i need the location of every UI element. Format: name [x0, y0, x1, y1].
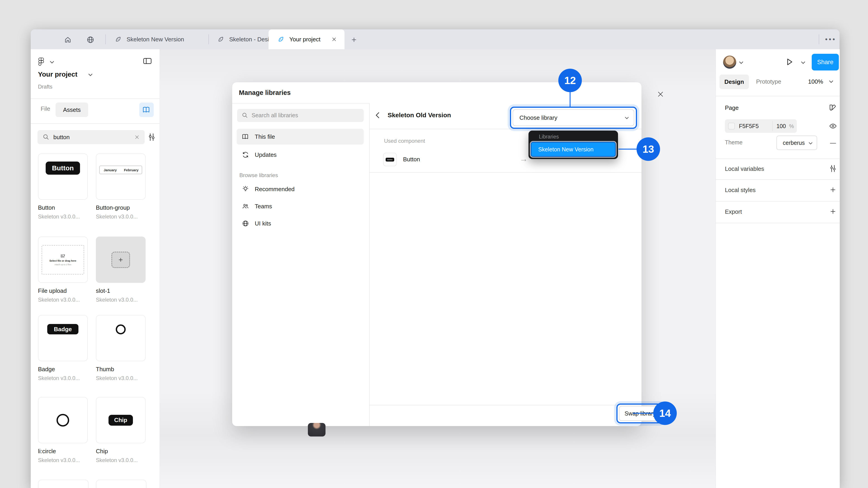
people-icon — [242, 203, 249, 210]
add-style-plus-icon[interactable] — [828, 185, 838, 195]
search-value: button — [53, 134, 70, 141]
tab-your-project-active[interactable]: Your project — [269, 29, 344, 49]
chevron-down-icon[interactable] — [801, 61, 805, 64]
tab-file[interactable]: File — [41, 105, 50, 112]
annotation-line-14 — [633, 413, 653, 414]
nav-label: This file — [255, 133, 275, 140]
choose-library-select[interactable]: Choose library — [513, 109, 634, 126]
menu-item-skeleton-new-version[interactable]: Skeleton New Version — [531, 142, 616, 157]
file-upload-preview: Select file or drag here Attach up to 2 … — [41, 245, 84, 274]
globe-icon — [242, 220, 249, 227]
project-subtitle: Drafts — [38, 84, 53, 90]
annotation-step-14: 14 — [653, 401, 677, 425]
column-used-component: Used component — [384, 138, 425, 144]
asset-card-chip[interactable]: Chip Chip Skeleton v3.0.0... — [96, 397, 146, 463]
annotation-line-12 — [569, 92, 570, 107]
opacity-value[interactable]: 100 — [776, 123, 786, 129]
asset-card-li-circle[interactable]: li:circle Skeleton v3.0.0... — [38, 397, 88, 463]
section-local-variables: Local variables — [725, 165, 764, 172]
tab-prototype[interactable]: Prototype — [756, 78, 781, 85]
asset-card-thumb[interactable]: Thumb Skeleton v3.0.0... — [96, 315, 146, 381]
close-tab-icon[interactable] — [330, 35, 338, 43]
asset-card-partial[interactable] — [96, 480, 147, 488]
present-play-icon[interactable] — [784, 56, 796, 68]
divider — [31, 98, 160, 99]
asset-name: slot-1 — [96, 287, 146, 294]
new-tab-plus-icon[interactable] — [349, 35, 359, 45]
figma-logo-icon[interactable] — [38, 57, 44, 66]
choose-library-focus-ring: Choose library — [510, 107, 637, 129]
add-export-plus-icon[interactable] — [828, 206, 838, 217]
tab-design-active[interactable]: Design — [719, 74, 749, 89]
nav-label: Recommended — [255, 186, 294, 193]
more-menu-icon[interactable]: ••• — [822, 34, 839, 44]
project-title[interactable]: Your project — [38, 70, 77, 78]
filter-sliders-icon[interactable] — [146, 131, 157, 143]
asset-name: Button — [38, 204, 88, 211]
nav-recommended[interactable]: Recommended — [237, 182, 364, 197]
asset-card-file-upload[interactable]: Select file or drag here Attach up to 2 … — [38, 236, 88, 303]
search-icon — [242, 112, 248, 119]
asset-card-slot-1[interactable]: slot-1 Skeleton v3.0.0... — [96, 236, 146, 303]
clear-search-icon[interactable] — [133, 133, 141, 141]
chip-preview: Chip — [108, 415, 133, 426]
library-book-icon[interactable] — [139, 103, 154, 117]
screenshot-root: Skeleton New Version Skeleton - Design Y… — [0, 0, 868, 488]
app-window: Skeleton New Version Skeleton - Design Y… — [31, 29, 839, 488]
canvas-image — [308, 423, 326, 436]
asset-library: Skeleton v3.0.0... — [38, 375, 88, 381]
chevron-down-icon[interactable] — [829, 80, 833, 83]
lightbulb-icon — [242, 186, 249, 193]
asset-name: Badge — [38, 366, 88, 373]
divider — [232, 103, 369, 103]
library-detail-title: Skeleton Old Version — [388, 111, 451, 119]
chevron-down-icon[interactable] — [50, 61, 54, 64]
library-search-input[interactable]: Search all libraries — [237, 109, 364, 122]
tab-separator — [819, 34, 819, 44]
color-hex-value[interactable]: F5F5F5 — [739, 123, 759, 129]
nav-ui-kits[interactable]: UI kits — [237, 216, 364, 231]
divider — [369, 129, 642, 129]
component-thumb-label: Button — [385, 158, 394, 162]
asset-library: Skeleton v3.0.0... — [96, 457, 146, 463]
modal-title: Manage libraries — [239, 89, 291, 96]
share-button[interactable]: Share — [812, 54, 839, 70]
asset-card-badge[interactable]: Badge Badge Skeleton v3.0.0... — [38, 315, 88, 381]
tab-assets-active[interactable]: Assets — [56, 103, 88, 117]
variables-sliders-icon[interactable] — [828, 164, 838, 173]
chevron-down-icon[interactable] — [88, 73, 93, 76]
nav-label: UI kits — [255, 220, 271, 227]
visibility-eye-icon[interactable] — [828, 121, 838, 131]
page-color-row[interactable]: F5F5F5 100 % — [725, 119, 797, 133]
search-placeholder: Search all libraries — [252, 112, 298, 119]
browse-community-icon[interactable] — [86, 35, 95, 45]
badge-preview: Badge — [47, 324, 79, 334]
theme-select[interactable]: cerberus — [776, 135, 817, 150]
chevron-down-icon[interactable] — [739, 61, 743, 64]
asset-card-partial[interactable] — [38, 480, 89, 488]
close-modal-icon[interactable] — [654, 88, 666, 100]
tab-label: Your project — [289, 29, 320, 49]
toggle-sidebar-icon[interactable] — [141, 56, 154, 66]
assets-search-input[interactable]: button — [37, 130, 145, 144]
figma-file-icon — [115, 36, 122, 43]
zoom-level[interactable]: 100% — [808, 78, 823, 85]
nav-teams[interactable]: Teams — [237, 199, 364, 214]
nav-this-file-active[interactable]: This file — [237, 129, 364, 144]
back-chevron-icon[interactable] — [373, 111, 382, 120]
left-sidebar: Your project Drafts File Assets button — [31, 49, 160, 488]
asset-library: Skeleton v3.0.0... — [38, 457, 88, 463]
thumb-preview — [116, 324, 126, 334]
home-icon[interactable] — [63, 35, 73, 45]
remove-theme-minus-icon[interactable]: — — [828, 138, 838, 148]
asset-name: File upload — [38, 287, 88, 294]
nav-updates[interactable]: Updates — [237, 147, 364, 163]
asset-card-button[interactable]: Button Button Skeleton v3.0.0... — [38, 153, 88, 220]
asset-name: Button-group — [96, 204, 146, 211]
asset-card-button-group[interactable]: January February Button-group Skeleton v… — [96, 153, 146, 220]
color-swatch[interactable] — [728, 123, 735, 129]
choose-library-value: Choose library — [520, 114, 557, 121]
swatch-book-icon[interactable] — [828, 103, 837, 112]
avatar[interactable] — [723, 56, 736, 69]
tab-skeleton-new-version[interactable]: Skeleton New Version — [106, 29, 208, 49]
